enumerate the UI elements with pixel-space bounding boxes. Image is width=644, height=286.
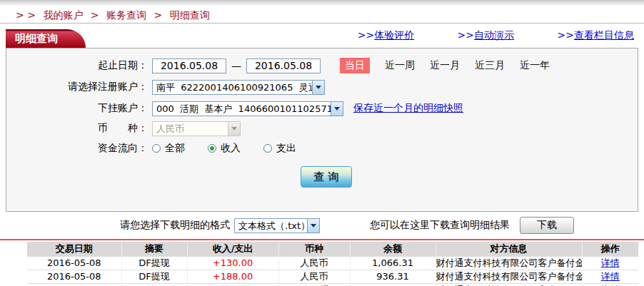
register-account-row: 请选择注册账户： 南平 6222001406100921065 灵通卡 (6, 79, 638, 95)
table-row: 2016-05-08 DF提现 +188.00 人民币 936.31 财付通支付… (27, 270, 638, 283)
save-snapshot-link[interactable]: 保存近一个月的明细快照 (353, 102, 463, 115)
download-format-label: 请您选择下载明细的格式 (120, 219, 230, 232)
date-dash: — (231, 60, 241, 71)
fund-flow-label: 资金流向： (6, 142, 148, 155)
tab-detail-query: 明细查询 (6, 29, 67, 48)
view-column-info-link[interactable]: >>查看栏目信息 (558, 29, 634, 41)
dropdown-arrow-icon[interactable] (312, 81, 324, 94)
breadcrumb-prefix: > > (16, 9, 36, 21)
fund-flow-row: 资金流向： 全部 收入 支出 (6, 141, 638, 156)
col-counterparty: 对方信息 (436, 242, 582, 256)
sub-account-row: 下挂账户： 000 活期 基本户 1406600101102571848 保存近… (6, 101, 638, 116)
breadcrumb-separator: > (91, 9, 99, 21)
table-row: 2016-05-08 DF提现 +130.00 人民币 1,066.31 财付通… (27, 256, 638, 270)
dropdown-arrow-icon[interactable] (307, 219, 319, 233)
link-prefix: >> (358, 29, 374, 41)
download-button[interactable]: 下载 (520, 217, 574, 234)
radio-flow-all[interactable]: 全部 (152, 142, 185, 155)
breadcrumb: > > 我的账户 > 账务查询 > 明细查询 (0, 6, 644, 24)
col-amount: 收入/支出 (187, 242, 278, 256)
register-account-select[interactable]: 南平 6222001406100921065 灵通卡 (152, 80, 325, 95)
download-format-select[interactable]: 文本格式（.txt） (234, 218, 320, 233)
table-header-row: 交易日期 摘要 收入/支出 币种 余额 对方信息 操作 (27, 242, 638, 256)
date-range-label: 起止日期： (6, 59, 148, 72)
start-date-input[interactable] (152, 58, 226, 73)
date-range-row: 起止日期： — 当日 近一周 近一月 近三月 近一年 (6, 58, 638, 73)
dropdown-arrow-icon[interactable] (331, 102, 343, 116)
top-gradient-strip (0, 0, 644, 6)
results-table: 交易日期 摘要 收入/支出 币种 余额 对方信息 操作 2016-05-08 D… (27, 242, 638, 286)
currency-row: 币 种： 人民币 (6, 121, 638, 136)
sub-account-select[interactable]: 000 活期 基本户 1406600101102571848 (152, 101, 343, 116)
register-account-label: 请选择注册账户： (6, 81, 148, 93)
currency-label: 币 种： (6, 122, 148, 135)
dropdown-arrow-icon (228, 122, 240, 136)
experience-rating-link[interactable]: >>体验评价 (358, 29, 414, 41)
currency-select-disabled: 人民币 (152, 121, 241, 136)
radio-icon (263, 144, 272, 153)
quick-link-last-week[interactable]: 近一周 (385, 59, 415, 72)
query-button[interactable]: 查 询 (301, 166, 352, 188)
download-row: 请您选择下载明细的格式 文本格式（.txt） 您可以在这里下载查询明细结果 下载 (120, 216, 644, 235)
detail-link[interactable]: 详情 (601, 271, 620, 282)
breadcrumb-item-account-query[interactable]: 账务查询 (106, 9, 146, 21)
table-row-clipped: 2016-05-08 DF提现 人民币 财付通支付科技有限公司客户备付金 详情 (27, 283, 638, 286)
quick-link-last-3-months[interactable]: 近三月 (475, 59, 505, 72)
quick-link-last-month[interactable]: 近一月 (430, 59, 460, 72)
query-form-panel: 起止日期： — 当日 近一周 近一月 近三月 近一年 请选择注册账户： 南平 6… (6, 48, 638, 212)
breadcrumb-item-my-account[interactable]: 我的账户 (43, 9, 83, 21)
today-badge[interactable]: 当日 (340, 58, 370, 73)
red-divider (0, 239, 644, 240)
radio-icon (152, 144, 161, 153)
col-balance: 余额 (350, 242, 436, 256)
detail-link[interactable]: 详情 (601, 257, 620, 268)
breadcrumb-item-detail-query[interactable]: 明细查询 (170, 9, 210, 21)
auto-demo-link[interactable]: >>自动演示 (458, 29, 514, 41)
col-action: 操作 (582, 242, 638, 256)
radio-flow-income[interactable]: 收入 (208, 142, 241, 155)
radio-icon (208, 144, 216, 153)
col-summary: 摘要 (121, 242, 187, 256)
radio-flow-expense[interactable]: 支出 (263, 142, 296, 155)
col-currency: 币种 (278, 242, 350, 256)
end-date-input[interactable] (246, 58, 321, 73)
link-prefix: >> (558, 29, 574, 41)
header-links: >>体验评价 >>自动演示 >>查看栏目信息 (318, 29, 634, 42)
quick-link-last-year[interactable]: 近一年 (520, 59, 550, 72)
section-header: 明细查询 >>体验评价 >>自动演示 >>查看栏目信息 (0, 24, 644, 48)
col-date: 交易日期 (27, 242, 121, 256)
sub-account-label: 下挂账户： (6, 102, 148, 115)
link-prefix: >> (458, 29, 474, 41)
download-hint: 您可以在这里下载查询明细结果 (370, 219, 510, 232)
breadcrumb-separator: > (154, 9, 162, 21)
